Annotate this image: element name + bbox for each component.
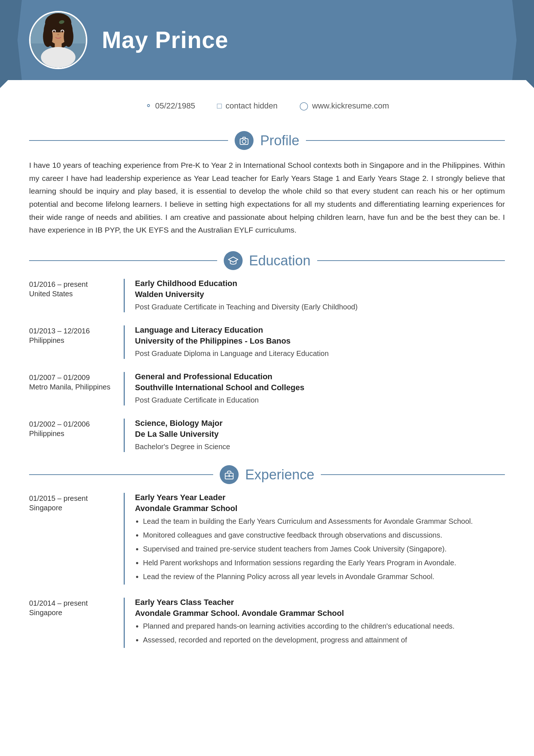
experience-date-col-1: 01/2015 – present Singapore <box>29 493 124 585</box>
profile-right-line <box>306 140 505 141</box>
experience-bullet-1-3: Supervised and trained pre-service stude… <box>143 543 505 555</box>
experience-title-2: Early Years Class Teacher <box>135 598 505 607</box>
right-ribbon <box>512 0 534 80</box>
experience-content-2: Early Years Class Teacher Avondale Gramm… <box>124 598 505 648</box>
dob-item: ⚬ 05/22/1985 <box>145 101 195 111</box>
education-date-col-1: 01/2016 – present United States <box>29 279 124 312</box>
experience-date-col-2: 01/2014 – present Singapore <box>29 598 124 648</box>
education-entry-1: 01/2016 – present United States Early Ch… <box>29 279 505 312</box>
contact-hidden-label: contact hidden <box>226 101 278 111</box>
svg-point-13 <box>41 47 76 68</box>
svg-point-6 <box>64 26 73 47</box>
education-content-1: Early Childhood Education Walden Univers… <box>124 279 505 312</box>
education-date-col-2: 01/2013 – 12/2016 Philippines <box>29 325 124 359</box>
education-institution-2: University of the Philippines - Los Bano… <box>135 336 505 346</box>
experience-bullet-2-2: Assessed, recorded and reported on the d… <box>143 634 505 646</box>
experience-icon <box>220 465 239 484</box>
education-date-col-4: 01/2002 – 01/2006 Philippines <box>29 419 124 452</box>
education-date-2: 01/2013 – 12/2016 <box>29 325 116 336</box>
full-name: May Prince <box>102 27 228 54</box>
experience-entry-1: 01/2015 – present Singapore Early Years … <box>29 493 505 585</box>
education-degree-1: Early Childhood Education <box>135 279 505 288</box>
education-institution-4: De La Salle University <box>135 430 505 439</box>
education-title: Education <box>249 253 311 269</box>
experience-bullet-2-1: Planned and prepared hands-on learning a… <box>143 620 505 632</box>
experience-company-1: Avondale Grammar School <box>135 504 505 513</box>
website-value: www.kickresume.com <box>312 101 389 111</box>
education-content-4: Science, Biology Major De La Salle Unive… <box>124 419 505 452</box>
header-banner: May Prince <box>0 0 534 80</box>
experience-section-header: Experience <box>29 465 505 484</box>
education-description-2: Post Graduate Diploma in Language and Li… <box>135 348 505 359</box>
svg-point-11 <box>57 34 59 35</box>
education-location-3: Metro Manila, Philippines <box>29 383 116 391</box>
education-date-1: 01/2016 – present <box>29 279 116 290</box>
education-section-header: Education <box>29 251 505 270</box>
dob-value: 05/22/1985 <box>155 101 195 111</box>
education-right-line <box>317 260 505 261</box>
contact-bar: ⚬ 05/22/1985 □ contact hidden ◯ www.kick… <box>0 91 534 118</box>
education-description-3: Post Graduate Certificate in Education <box>135 395 505 405</box>
education-entries: 01/2016 – present United States Early Ch… <box>29 279 505 452</box>
avatar-image <box>31 11 86 69</box>
education-location-4: Philippines <box>29 430 116 438</box>
experience-entries: 01/2015 – present Singapore Early Years … <box>29 493 505 648</box>
education-institution-1: Walden University <box>135 290 505 299</box>
education-degree-4: Science, Biology Major <box>135 419 505 428</box>
svg-marker-17 <box>228 257 238 262</box>
avatar <box>29 11 87 69</box>
globe-icon: ◯ <box>299 101 308 111</box>
contact-hidden-item: □ contact hidden <box>217 101 278 111</box>
svg-point-5 <box>43 26 53 47</box>
education-degree-3: General and Professional Education <box>135 372 505 381</box>
education-description-4: Bachelor's Degree in Science <box>135 441 505 452</box>
experience-content-1: Early Years Year Leader Avondale Grammar… <box>124 493 505 585</box>
experience-bullet-1-4: Held Parent workshops and Information se… <box>143 557 505 569</box>
experience-bullets-2: Planned and prepared hands-on learning a… <box>143 620 505 646</box>
experience-right-line <box>321 474 505 475</box>
website-item: ◯ www.kickresume.com <box>299 101 389 111</box>
name-container: May Prince <box>102 27 228 54</box>
experience-company-2: Avondale Grammar School. Avondale Gramma… <box>135 609 505 618</box>
profile-left-line <box>29 140 228 141</box>
experience-bullet-1-5: Lead the review of the Planning Policy a… <box>143 571 505 582</box>
education-icon <box>224 251 243 270</box>
experience-bullets-1: Lead the team in building the Early Year… <box>143 515 505 582</box>
education-entry-3: 01/2007 – 01/2009 Metro Manila, Philippi… <box>29 372 505 405</box>
education-entry-2: 01/2013 – 12/2016 Philippines Language a… <box>29 325 505 359</box>
experience-left-line <box>29 474 213 475</box>
education-location-2: Philippines <box>29 336 116 345</box>
phone-icon: □ <box>217 101 222 111</box>
education-date-3: 01/2007 – 01/2009 <box>29 372 116 383</box>
experience-location-1: Singapore <box>29 504 116 512</box>
svg-point-10 <box>61 30 64 32</box>
experience-title: Experience <box>245 467 314 483</box>
profile-text: I have 10 years of teaching experience f… <box>29 159 505 237</box>
experience-date-2: 01/2014 – present <box>29 598 116 609</box>
svg-point-16 <box>242 140 246 143</box>
experience-date-1: 01/2015 – present <box>29 493 116 504</box>
svg-point-9 <box>53 30 55 32</box>
education-degree-2: Language and Literacy Education <box>135 325 505 335</box>
experience-entry-2: 01/2014 – present Singapore Early Years … <box>29 598 505 648</box>
experience-location-2: Singapore <box>29 609 116 617</box>
education-date-col-3: 01/2007 – 01/2009 Metro Manila, Philippi… <box>29 372 124 405</box>
education-institution-3: Southville International School and Coll… <box>135 383 505 392</box>
profile-section-header: Profile <box>29 131 505 150</box>
education-entry-4: 01/2002 – 01/2006 Philippines Science, B… <box>29 419 505 452</box>
experience-title-1: Early Years Year Leader <box>135 493 505 502</box>
education-location-1: United States <box>29 290 116 298</box>
profile-icon <box>235 131 254 150</box>
experience-bullet-1-1: Lead the team in building the Early Year… <box>143 515 505 527</box>
education-left-line <box>29 260 217 261</box>
left-ribbon <box>0 0 22 80</box>
education-date-4: 01/2002 – 01/2006 <box>29 419 116 430</box>
education-description-1: Post Graduate Certificate in Teaching an… <box>135 301 505 312</box>
education-content-2: Language and Literacy Education Universi… <box>124 325 505 359</box>
profile-title: Profile <box>260 133 299 149</box>
education-content-3: General and Professional Education South… <box>124 372 505 405</box>
person-icon: ⚬ <box>145 101 152 111</box>
experience-bullet-1-2: Monitored colleagues and gave constructi… <box>143 529 505 541</box>
